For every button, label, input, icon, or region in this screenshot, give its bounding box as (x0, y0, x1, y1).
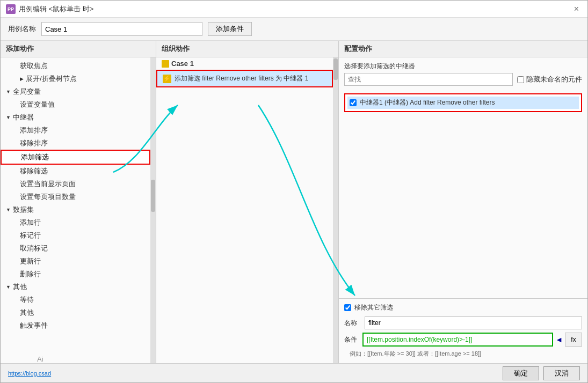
website-link[interactable]: https://blog.csad (8, 370, 51, 377)
relay-list: 中继器1 (中继器) Add filter Remove other filte… (344, 93, 582, 112)
app-icon: PP (6, 4, 16, 14)
tree-item-update-row[interactable]: 更新行 (1, 255, 150, 268)
hide-unnamed-label: 隐藏未命名的元件 (517, 75, 582, 84)
tree-item-trigger-event[interactable]: 触发事件 (1, 319, 150, 332)
tree-item-unmark-row[interactable]: 取消标记 (1, 242, 150, 255)
relay-checkbox[interactable] (350, 99, 357, 106)
tree-group-dataset[interactable]: ▼数据集 (1, 203, 150, 216)
hide-unnamed-checkbox[interactable] (517, 76, 524, 83)
right-panel-header: 配置动作 (339, 41, 587, 57)
middle-scrollbar[interactable] (333, 57, 338, 363)
left-panel-header: 添加动作 (1, 41, 156, 57)
tree-area: 获取焦点 ▶展开/折叠树节点 ▼全局变量 设置变量值 ▼中继器 添加排序 移除排… (1, 57, 150, 363)
middle-panel: 组织动作 Case 1 ⚡ 添加筛选 filter Remove other f… (156, 41, 339, 363)
right-panel: 配置动作 选择要添加筛选的中继器 隐藏未命名的元件 中继器1 (中继器) Add… (339, 41, 587, 363)
case-icon (162, 60, 169, 68)
title-bar: PP 用例编辑 <鼠标单击 时> × (1, 1, 587, 18)
tree-item-add-row[interactable]: 添加行 (1, 216, 150, 229)
tree-item-other[interactable]: 其他 (1, 306, 150, 319)
ai-watermark: Ai (37, 355, 43, 363)
middle-scroll-thumb (333, 58, 338, 80)
tree-item-wait[interactable]: 等待 (1, 293, 150, 306)
dialog-container: PP 用例编辑 <鼠标单击 时> × 用例名称 添加条件 添加动作 获取焦点 ▶… (0, 0, 588, 383)
tree-item-add-sort[interactable]: 添加排序 (1, 124, 150, 137)
tree-item-set-page-count[interactable]: 设置每页项目数量 (1, 190, 150, 203)
remove-filter-label: 移除其它筛选 (354, 303, 393, 312)
remove-filter-row: 移除其它筛选 (344, 303, 582, 312)
add-condition-button[interactable]: 添加条件 (208, 22, 252, 36)
bottom-config: 移除其它筛选 名称 条件 ◄ fx 例如：[[Item.年龄 >= 30]] 或… (339, 298, 587, 363)
tree-item-mark-row[interactable]: 标记行 (1, 229, 150, 242)
lightning-icon: ⚡ (163, 75, 171, 83)
tree-item-remove-sort[interactable]: 移除排序 (1, 137, 150, 150)
close-button[interactable]: × (571, 3, 582, 15)
use-case-label: 用例名称 (8, 24, 36, 34)
tree-group-global-vars[interactable]: ▼全局变量 (1, 85, 150, 98)
relay-item-text: 中继器1 (中继器) Add filter Remove other filte… (360, 98, 495, 107)
tree-item-add-filter[interactable]: 添加筛选 (1, 150, 150, 165)
condition-field-label: 条件 (344, 335, 360, 344)
tree-item-set-var[interactable]: 设置变量值 (1, 98, 150, 111)
name-field-row: 名称 (344, 316, 582, 329)
tree-item-set-page[interactable]: 设置当前显示页面 (1, 178, 150, 190)
title-bar-left: PP 用例编辑 <鼠标单击 时> (6, 4, 93, 14)
name-field-label: 名称 (344, 319, 360, 328)
condition-field-input[interactable] (362, 333, 553, 347)
case-label: Case 1 (171, 60, 194, 68)
tree-item-get-focus[interactable]: 获取焦点 (1, 60, 150, 72)
case-header: Case 1 (156, 57, 333, 70)
tree-item-remove-filter[interactable]: 移除筛选 (1, 165, 150, 178)
left-panel: 添加动作 获取焦点 ▶展开/折叠树节点 ▼全局变量 设置变量值 ▼中继器 添加排… (1, 41, 156, 363)
condition-row: 条件 ◄ fx (344, 333, 582, 347)
relay-section-label: 选择要添加筛选的中继器 (344, 62, 582, 71)
search-row: 隐藏未命名的元件 (344, 73, 582, 86)
fx-button[interactable]: fx (565, 333, 582, 347)
use-case-row: 用例名称 添加条件 (1, 18, 587, 40)
action-label: 添加筛选 filter Remove other filters 为 中继器 1 (175, 74, 308, 83)
confirm-button[interactable]: 确定 (503, 366, 539, 380)
use-case-input[interactable] (41, 22, 202, 36)
footer: https://blog.csad 确定 汉消 (1, 363, 587, 382)
name-field-input[interactable] (365, 316, 582, 329)
spacer-area (339, 112, 587, 298)
relay-item[interactable]: 中继器1 (中继器) Add filter Remove other filte… (347, 97, 579, 109)
tree-group-other[interactable]: ▼其他 (1, 281, 150, 293)
main-content: 添加动作 获取焦点 ▶展开/折叠树节点 ▼全局变量 设置变量值 ▼中继器 添加排… (1, 40, 587, 363)
cancel-button[interactable]: 汉消 (543, 366, 580, 380)
relay-search-input[interactable] (344, 73, 513, 86)
left-scrollbar[interactable] (150, 57, 156, 363)
hint-text: 例如：[[Item.年龄 >= 30]] 或者：[[Item.age >= 18… (344, 349, 582, 359)
tree-group-relay[interactable]: ▼中继器 (1, 111, 150, 124)
left-scroll-thumb (151, 180, 155, 212)
action-scroll: Case 1 ⚡ 添加筛选 filter Remove other filter… (156, 57, 333, 363)
relay-config-section: 选择要添加筛选的中继器 隐藏未命名的元件 (339, 57, 587, 93)
footer-buttons: 确定 汉消 (503, 366, 580, 380)
middle-panel-header: 组织动作 (156, 41, 338, 57)
dialog-title: 用例编辑 <鼠标单击 时> (19, 4, 93, 14)
condition-arrow-button[interactable]: ◄ (555, 335, 563, 344)
tree-item-delete-row[interactable]: 删除行 (1, 268, 150, 281)
action-item-add-filter[interactable]: ⚡ 添加筛选 filter Remove other filters 为 中继器… (156, 70, 333, 87)
remove-filter-checkbox[interactable] (344, 304, 351, 311)
tree-item-expand-tree[interactable]: ▶展开/折叠树节点 (1, 72, 150, 85)
